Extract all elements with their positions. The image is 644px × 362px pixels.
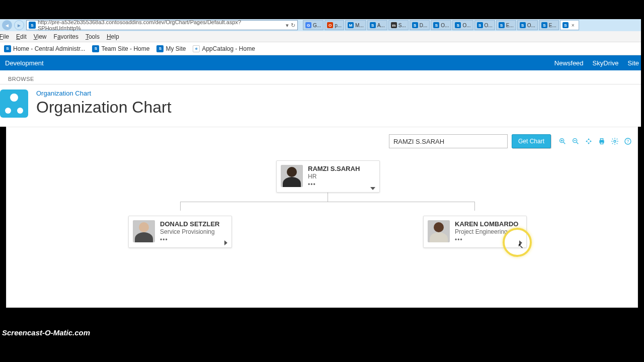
svg-marker-7 bbox=[588, 138, 590, 140]
chart-toolbar: Get Chart ? bbox=[389, 134, 632, 148]
browser-tab[interactable]: SO... bbox=[431, 20, 451, 30]
tab-label: O... bbox=[485, 23, 493, 28]
connector bbox=[328, 192, 328, 202]
svg-point-14 bbox=[614, 140, 616, 142]
page-header: Organization Chart Organization Chart bbox=[0, 84, 644, 127]
tab-favicon: S bbox=[541, 22, 547, 28]
favorite-link[interactable]: SMy Site bbox=[156, 45, 186, 52]
suite-link[interactable]: Newsfeed bbox=[554, 59, 584, 67]
help-icon[interactable]: ? bbox=[623, 137, 632, 146]
tab-label: O... bbox=[462, 23, 470, 28]
tab-label: p... bbox=[335, 23, 342, 28]
more-icon[interactable]: ••• bbox=[160, 236, 219, 243]
node-name: DONALD SETZLER bbox=[160, 220, 219, 228]
tab-favicon: G bbox=[305, 22, 311, 28]
tab-favicon: S bbox=[477, 22, 483, 28]
browser-tab[interactable]: SE... bbox=[539, 20, 559, 30]
org-chart-canvas: Get Chart ? RAMZI S.SARAH HR ••• bbox=[6, 127, 638, 308]
suite-left[interactable]: Development bbox=[5, 59, 44, 67]
browser-tab[interactable]: SD... bbox=[410, 20, 430, 30]
tab-favicon: m bbox=[391, 22, 397, 28]
fit-icon[interactable] bbox=[584, 137, 593, 146]
page-title: Organization Chart bbox=[36, 98, 172, 117]
browser-tab[interactable]: Op... bbox=[325, 20, 344, 30]
tab-favicon: S bbox=[562, 22, 569, 28]
menu-view[interactable]: View bbox=[34, 33, 47, 40]
menu-file[interactable]: File bbox=[0, 33, 9, 40]
zoom-in-icon[interactable] bbox=[558, 137, 567, 146]
favorite-link[interactable]: STeam Site - Home bbox=[92, 45, 149, 52]
breadcrumb[interactable]: Organization Chart bbox=[36, 89, 172, 97]
avatar bbox=[281, 165, 303, 187]
favorite-label: My Site bbox=[166, 45, 186, 52]
browser-chrome: ◄ ► S http://pre-a53e2b355368a3.contosoa… bbox=[0, 19, 644, 31]
menu-help[interactable]: Help bbox=[107, 33, 119, 40]
browser-tab[interactable]: SO... bbox=[517, 20, 538, 30]
menu-edit[interactable]: Edit bbox=[16, 33, 27, 40]
svg-marker-9 bbox=[586, 140, 587, 142]
nav-back-button[interactable]: ◄ bbox=[2, 20, 12, 30]
browser-tab[interactable]: MM... bbox=[345, 20, 366, 30]
menu-favorites[interactable]: Favorites bbox=[54, 33, 78, 40]
browser-tab[interactable]: SO... bbox=[452, 20, 473, 30]
tab-favicon: S bbox=[455, 22, 461, 28]
refresh-icon[interactable]: ↻ bbox=[291, 22, 295, 29]
menu-bar: Fil File Edit View Favorites Tools Help bbox=[0, 31, 644, 42]
tab-label: A... bbox=[377, 23, 385, 28]
node-dept: Project Engineering bbox=[455, 228, 518, 235]
tab-label: O... bbox=[527, 23, 535, 28]
node-dept: HR bbox=[308, 173, 360, 180]
expand-down-icon[interactable] bbox=[370, 187, 375, 190]
favorite-link[interactable]: eAppCatalog - Home bbox=[193, 45, 255, 52]
sharepoint-favicon: S bbox=[4, 45, 11, 52]
search-input[interactable] bbox=[389, 134, 508, 148]
favorite-label: Home - Central Administr... bbox=[13, 45, 85, 52]
tab-favicon: S bbox=[520, 22, 526, 28]
ribbon-tab-browse[interactable]: BROWSE bbox=[5, 74, 37, 84]
suite-link[interactable]: Site bbox=[628, 59, 639, 67]
settings-icon[interactable] bbox=[610, 137, 619, 146]
get-chart-button[interactable]: Get Chart bbox=[512, 134, 551, 148]
tab-label: D... bbox=[420, 23, 428, 28]
suite-link[interactable]: SkyDrive bbox=[593, 59, 619, 67]
avatar bbox=[428, 220, 450, 242]
org-node-child[interactable]: KAREN LOMBARDO Project Engineering ••• bbox=[423, 216, 527, 248]
more-icon[interactable]: ••• bbox=[455, 236, 518, 243]
tab-label: E... bbox=[506, 23, 514, 28]
favorite-link[interactable]: SHome - Central Administr... bbox=[4, 45, 85, 52]
browser-tab[interactable]: SE... bbox=[496, 20, 516, 30]
svg-marker-10 bbox=[590, 140, 592, 142]
svg-line-1 bbox=[564, 142, 565, 144]
tab-label: M... bbox=[355, 23, 364, 28]
browser-tab[interactable]: mS... bbox=[388, 20, 409, 30]
close-icon[interactable]: × bbox=[572, 23, 575, 28]
browser-tab[interactable]: GG... bbox=[303, 20, 324, 30]
svg-rect-12 bbox=[600, 139, 603, 140]
more-icon[interactable]: ••• bbox=[308, 181, 360, 188]
zoom-out-icon[interactable] bbox=[571, 137, 580, 146]
browser-tab[interactable]: S× bbox=[560, 20, 579, 30]
tab-favicon: S bbox=[412, 22, 418, 28]
tab-label: G... bbox=[313, 23, 321, 28]
connector bbox=[474, 202, 475, 211]
app-icon bbox=[0, 89, 28, 118]
org-node-root[interactable]: RAMZI S.SARAH HR ••• bbox=[276, 160, 380, 193]
node-dept: Service Provisioning bbox=[160, 228, 219, 235]
print-icon[interactable] bbox=[597, 137, 606, 146]
menu-tools[interactable]: Tools bbox=[86, 33, 100, 40]
expand-right-icon[interactable] bbox=[224, 240, 227, 245]
tab-favicon: O bbox=[327, 22, 333, 28]
browser-tab[interactable]: SO... bbox=[474, 20, 495, 30]
tab-label: E... bbox=[549, 23, 556, 28]
browser-tab[interactable]: SA... bbox=[367, 20, 387, 30]
tab-label: O... bbox=[441, 23, 449, 28]
nav-forward-button[interactable]: ► bbox=[14, 20, 24, 30]
svg-rect-13 bbox=[600, 142, 603, 144]
org-node-child[interactable]: DONALD SETZLER Service Provisioning ••• bbox=[128, 216, 232, 248]
node-name: RAMZI S.SARAH bbox=[308, 165, 360, 172]
dropdown-icon[interactable]: ▾ bbox=[286, 22, 289, 29]
address-bar[interactable]: S http://pre-a53e2b355368a3.contosoaddin… bbox=[26, 20, 298, 30]
tab-label: S... bbox=[398, 23, 406, 28]
expand-right-icon[interactable] bbox=[519, 240, 522, 245]
sharepoint-favicon: e bbox=[193, 45, 200, 52]
